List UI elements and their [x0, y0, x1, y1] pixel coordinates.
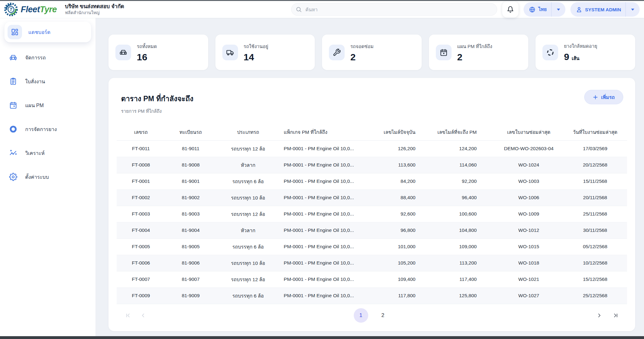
table-cell: WO-1027: [494, 287, 563, 304]
table-cell: FT-0007: [117, 271, 165, 287]
add-vehicle-button[interactable]: เพิ่มรถ: [584, 90, 623, 104]
table-cell: FT-0009: [117, 287, 165, 304]
table-cell: 81-9011: [165, 140, 216, 157]
stat-card: แผน PM ที่ใกล้ถึง 2: [429, 35, 529, 70]
table-cell: 100,600: [433, 206, 494, 222]
table-cell: PM-0001 - PM Engine Oil 10,0...: [280, 189, 377, 206]
sidebar-item-tire[interactable]: การจัดการยาง: [4, 117, 91, 141]
table-row: FT-000581-9005รถบรรทุก 6 ล้อPM-0001 - PM…: [117, 238, 627, 255]
tire-icon: [9, 125, 18, 134]
window-top-edge: [0, 0, 644, 1]
table-cell: รถบรรทุก 6 ล้อ: [216, 238, 280, 255]
table-cell: 25/12/2568: [563, 287, 627, 304]
sidebar-item-label: แผน PM: [25, 101, 44, 109]
chevron-right-icon: [596, 312, 602, 319]
table-cell: 25/11/2568: [563, 206, 627, 222]
sidebar: แดชบอร์ด จัดการรถ ใบสั่งงาน แผน PM การจั…: [0, 18, 96, 336]
previous-page-button[interactable]: [140, 312, 146, 319]
table-cell: 17/03/2569: [563, 140, 627, 157]
stat-value: 14: [244, 52, 254, 62]
stat-value: 2: [350, 52, 356, 62]
table-cell: PM-0001 - PM Engine Oil 10,0...: [280, 271, 377, 287]
column-header: วันที่ใบงานซ่อมล่าสุด: [563, 124, 627, 140]
table-cell: รถบรรทุก 12 ล้อ: [216, 271, 280, 287]
table-cell: 10/12/2568: [563, 255, 627, 271]
table-cell: 81-9006: [165, 255, 216, 271]
column-header: เลขใบงานซ่อมล่าสุด: [494, 124, 563, 140]
table-cell: 81-9001: [165, 173, 216, 189]
table-row: FT-000681-9006รถบรรทุก 10 ล้อPM-0001 - P…: [117, 255, 627, 271]
table-cell: PM-0001 - PM Engine Oil 10,0...: [280, 173, 377, 189]
table-cell: 81-9005: [165, 238, 216, 255]
notifications-button[interactable]: [502, 1, 519, 18]
stat-card: รถใช้งานอยู่ 14: [215, 35, 315, 70]
user-menu[interactable]: SYSTEM ADMIN: [570, 2, 640, 17]
search-icon: [296, 6, 302, 13]
table-cell: รถบรรทุก 6 ล้อ: [216, 173, 280, 189]
next-page-button[interactable]: [596, 312, 602, 319]
last-page-button[interactable]: [613, 312, 619, 319]
table-cell: PM-0001 - PM Engine Oil 10,0...: [280, 287, 377, 304]
company-info: บริษัท ขนส่งทดสอบ จำกัด ฟลีตสำนักงานใหญ่: [65, 3, 124, 16]
table-cell: PM-0001 - PM Engine Oil 10,0...: [280, 157, 377, 173]
table-cell: 113,200: [433, 255, 494, 271]
sidebar-item-analytics[interactable]: วิเคราะห์: [4, 141, 91, 165]
stat-card: รถจอดซ่อม 2: [322, 35, 422, 70]
table-cell: WO-1006: [494, 189, 563, 206]
table-cell: FT-0006: [117, 255, 165, 271]
car-front-icon: [115, 45, 131, 60]
sidebar-item-clipboard[interactable]: ใบสั่งงาน: [4, 69, 91, 93]
pagination: 12: [117, 304, 627, 327]
wrench-icon: [329, 45, 345, 60]
clipboard-icon: [9, 77, 18, 86]
table-cell: รถบรรทุก 12 ล้อ: [216, 206, 280, 222]
table-cell: 15/12/2568: [563, 271, 627, 287]
language-selector[interactable]: ไทย: [524, 2, 565, 17]
dashboard-icon: [8, 25, 22, 39]
table-cell: FT-0004: [117, 222, 165, 238]
page-number-button[interactable]: 1: [354, 308, 368, 323]
stat-label: รถใช้งานอยู่: [244, 43, 268, 50]
search-input[interactable]: [291, 3, 497, 16]
stat-value: 16: [137, 52, 147, 62]
plus-icon: [593, 95, 598, 100]
language-dropdown-toggle[interactable]: [552, 8, 565, 11]
table-cell: PM-0001 - PM Engine Oil 10,0...: [280, 222, 377, 238]
column-header: แพ็กเกจ PM ที่ใกล้ถึง: [280, 124, 377, 140]
table-cell: รถบรรทุก 10 ล้อ: [216, 189, 280, 206]
user-dropdown-toggle[interactable]: [626, 8, 640, 11]
table-cell: FT-0003: [117, 206, 165, 222]
pm-table-card: ตาราง PM ที่กำลังจะถึง รายการ PM ที่ใกล้…: [108, 78, 635, 331]
language-label: ไทย: [538, 6, 547, 13]
sidebar-item-dashboard[interactable]: แดชบอร์ด: [4, 22, 91, 42]
main-content: รถทั้งหมด 16 รถใช้งานอยู่ 14 รถจอดซ่อม 2: [96, 18, 644, 336]
table-cell: หัวลาก: [216, 222, 280, 238]
svg-text:T: T: [10, 7, 13, 12]
sidebar-item-car[interactable]: จัดการรถ: [4, 46, 91, 69]
table-cell: WO-1015: [494, 238, 563, 255]
table-title: ตาราง PM ที่กำลังจะถึง: [121, 93, 627, 104]
app-logo[interactable]: T FleetTyre: [4, 2, 57, 17]
brand-wordmark: FleetTyre: [21, 5, 57, 14]
stat-card: ยางใกล้หมดอายุ 9 เส้น: [536, 35, 635, 70]
table-row: FT-000181-9001รถบรรทุก 6 ล้อPM-0001 - PM…: [117, 173, 627, 189]
stat-label: ยางใกล้หมดอายุ: [564, 42, 597, 50]
sidebar-item-calendar[interactable]: แผน PM: [4, 93, 91, 117]
table-cell: 117,800: [377, 287, 433, 304]
column-header: ประเภทรถ: [216, 124, 280, 140]
table-cell: 30/11/2568: [563, 222, 627, 238]
fleettyre-logo-icon: T: [4, 2, 18, 17]
table-row: FT-001181-9011รถบรรทุก 12 ล้อPM-0001 - P…: [117, 140, 627, 157]
sidebar-item-gear[interactable]: ตั้งค่าระบบ: [4, 165, 91, 189]
page-number-button[interactable]: 2: [376, 308, 390, 323]
table-row: FT-000981-9009รถบรรทุก 6 ล้อPM-0001 - PM…: [117, 287, 627, 304]
sidebar-item-label: วิเคราะห์: [25, 149, 45, 157]
table-cell: 81-9008: [165, 157, 216, 173]
table-cell: 81-9009: [165, 287, 216, 304]
first-page-button[interactable]: [125, 312, 131, 319]
table-cell: DEMO-WO-202603-04: [494, 140, 563, 157]
stat-value: 2: [457, 52, 463, 62]
table-cell: 126,200: [377, 140, 433, 157]
first-page-icon: [125, 312, 131, 319]
analytics-icon: [9, 149, 18, 157]
